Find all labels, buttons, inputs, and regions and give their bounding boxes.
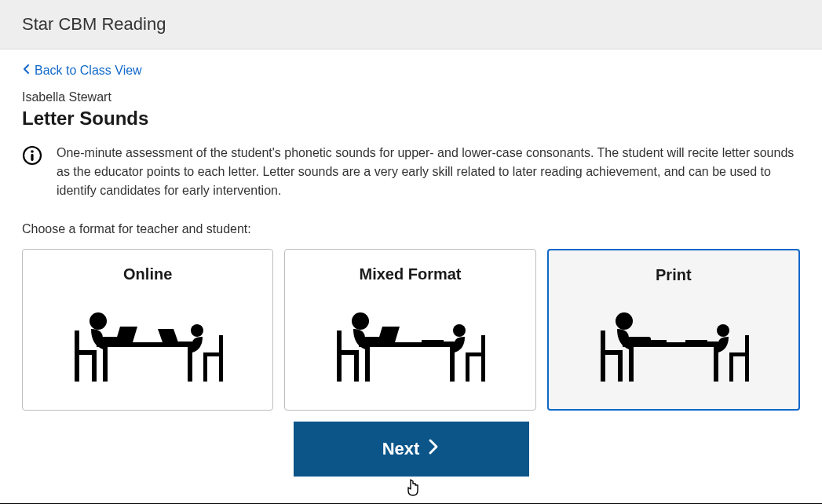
svg-rect-6 [75,331,79,350]
svg-rect-33 [481,335,485,352]
format-illustration-mixed [285,290,535,410]
back-link-label: Back to Class View [35,64,142,78]
svg-rect-37 [601,331,605,350]
svg-rect-13 [177,341,194,346]
app-title: Star CBM Reading [22,14,800,35]
svg-point-7 [90,312,107,330]
svg-rect-29 [439,341,456,346]
format-option-online[interactable]: Online [22,249,273,411]
svg-rect-16 [203,352,223,356]
svg-point-38 [616,312,633,330]
svg-rect-15 [219,352,223,382]
svg-rect-47 [729,352,733,382]
app-header: Star CBM Reading [0,0,822,49]
svg-rect-36 [618,350,623,382]
format-option-label: Print [656,266,692,284]
svg-rect-25 [365,347,370,382]
format-option-print[interactable]: Print [547,249,800,411]
assessment-description: One-minute assessment of the student's p… [57,144,795,200]
format-options: Online [22,249,800,411]
format-illustration-print [549,290,798,409]
svg-rect-46 [703,341,720,346]
chevron-right-icon [427,438,440,460]
svg-rect-30 [466,352,469,382]
wizard-actions: Next [22,422,800,477]
svg-rect-40 [643,340,667,342]
next-button[interactable]: Next [294,422,529,477]
info-circle-icon [22,144,42,169]
back-to-class-view-link[interactable]: Back to Class View [22,64,142,78]
assessment-title: Letter Sounds [22,108,800,130]
svg-rect-10 [103,347,108,382]
assessment-info: One-minute assessment of the student's p… [22,144,800,200]
svg-point-1 [31,150,34,153]
svg-point-22 [352,312,369,330]
svg-point-12 [191,324,203,337]
svg-rect-14 [203,352,207,382]
svg-rect-21 [337,331,342,350]
format-option-label: Mixed Format [359,265,461,283]
svg-rect-11 [188,347,192,382]
svg-rect-5 [92,350,97,382]
format-option-mixed[interactable]: Mixed Format [284,249,535,411]
svg-rect-49 [729,352,749,356]
svg-rect-26 [450,347,455,382]
svg-rect-20 [354,350,359,382]
format-prompt: Choose a format for teacher and student: [22,222,800,236]
format-option-label: Online [123,265,172,283]
pointer-cursor-icon [405,478,421,500]
next-button-label: Next [382,439,420,459]
svg-rect-50 [745,335,749,352]
main-content: Back to Class View Isabella Stewart Lett… [0,49,822,477]
svg-rect-31 [481,352,485,382]
format-illustration-online [23,290,272,410]
svg-rect-43 [714,347,718,382]
svg-rect-48 [745,352,749,382]
svg-point-28 [453,324,466,337]
chevron-left-icon [22,64,31,78]
svg-point-45 [717,324,729,337]
student-name: Isabella Stewart [22,90,800,104]
svg-rect-42 [629,347,634,382]
svg-rect-32 [466,352,485,356]
svg-rect-17 [219,335,223,352]
svg-rect-2 [31,154,33,161]
